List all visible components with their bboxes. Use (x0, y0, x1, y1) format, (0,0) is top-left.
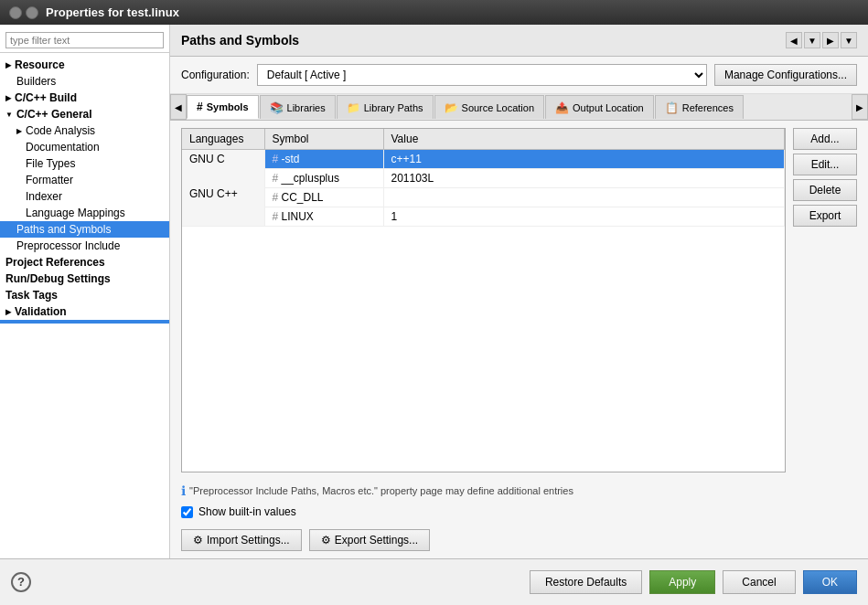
export-settings-button[interactable]: ⚙ Export Settings... (309, 529, 430, 551)
sidebar-item-task-tags[interactable]: Task Tags (0, 287, 169, 303)
info-row: ℹ "Preprocessor Include Paths, Macros et… (170, 480, 868, 502)
sidebar-item-cpp-general[interactable]: ▼ C/C++ General (0, 106, 169, 122)
show-builtin-checkbox[interactable] (181, 506, 193, 518)
tab-output-location-label: Output Location (573, 102, 644, 113)
sidebar-item-paths-and-symbols[interactable]: Paths and Symbols (0, 221, 169, 238)
nav-forward[interactable]: ▶ (822, 32, 839, 48)
expand-icon: ▶ (5, 61, 11, 69)
nav-back-dropdown[interactable]: ▼ (804, 32, 820, 48)
sidebar-label: Preprocessor Include (16, 239, 120, 252)
tab-libraries-label: Libraries (287, 102, 326, 113)
sidebar-item-resource[interactable]: ▶ Resource (0, 57, 169, 73)
apply-button[interactable]: Apply (649, 570, 715, 594)
sidebar-label: Indexer (26, 190, 62, 203)
tab-library-paths-label: Library Paths (364, 102, 423, 113)
config-label: Configuration: (181, 69, 250, 81)
page-title: Paths and Symbols (181, 33, 299, 48)
sidebar-item-run-debug-settings[interactable]: Run/Debug Settings (0, 271, 169, 287)
main-container: ▶ Resource Builders ▶ C/C++ Build ▼ C/C+… (0, 25, 868, 558)
value-cell (383, 188, 785, 207)
symbol-cell: # LINUX (264, 207, 383, 227)
symbols-table: Languages Symbol Value GNU C GNU C++ (182, 129, 785, 227)
symbol-std: -std (282, 153, 300, 165)
sidebar-item-indexer[interactable]: Indexer (0, 188, 169, 205)
symbol-cell: # CC_DLL (264, 188, 383, 207)
title-bar: Properties for test.linux (0, 0, 868, 25)
sidebar-item-code-analysis[interactable]: ▶ Code Analysis (0, 122, 169, 139)
col-value: Value (383, 129, 785, 150)
add-button[interactable]: Add... (793, 128, 857, 150)
sidebar-label: Documentation (26, 141, 100, 154)
close-btn[interactable] (9, 6, 22, 19)
window-controls[interactable] (9, 6, 38, 19)
sidebar-label: Resource (15, 58, 65, 71)
symbols-table-wrapper: Languages Symbol Value GNU C GNU C++ (181, 128, 786, 472)
restore-defaults-button[interactable]: Restore Defaults (530, 570, 642, 594)
symbol-cplusplus: __cplusplus (282, 172, 339, 185)
symbol-cc-dll: CC_DLL (282, 191, 324, 204)
expand-icon: ▶ (5, 308, 11, 316)
config-select[interactable]: Default [ Active ] (257, 64, 707, 86)
export-btn-label: Export Settings... (335, 534, 418, 547)
tab-library-paths[interactable]: 📁 Library Paths (337, 95, 434, 119)
tab-scroll-right[interactable]: ▶ (852, 94, 868, 120)
help-button[interactable]: ? (11, 572, 31, 592)
table-row[interactable]: GNU C GNU C++ # -std c++11 (182, 150, 785, 169)
cancel-button[interactable]: Cancel (723, 570, 795, 594)
value-cell: 1 (383, 207, 785, 227)
sidebar-item-preprocessor-include[interactable]: Preprocessor Include (0, 238, 169, 254)
symbols-icon: # (197, 101, 203, 113)
sidebar-item-formatter[interactable]: Formatter (0, 172, 169, 188)
tab-libraries[interactable]: 📚 Libraries (260, 95, 336, 119)
sidebar-label: Builders (16, 75, 56, 88)
sidebar-label: Validation (15, 305, 67, 318)
filter-input[interactable] (5, 32, 164, 48)
tab-symbols[interactable]: # Symbols (187, 95, 259, 119)
sidebar-item-project-references[interactable]: Project References (0, 254, 169, 271)
export-button[interactable]: Export (793, 205, 857, 227)
tab-references-label: References (682, 102, 734, 113)
bottom-left: ? (11, 572, 31, 592)
sidebar-label: Language Mappings (26, 207, 125, 219)
ok-button[interactable]: OK (803, 570, 857, 594)
bottom-right: Restore Defaults Apply Cancel OK (530, 570, 857, 594)
content-header: Paths and Symbols ◀ ▼ ▶ ▼ (170, 25, 868, 57)
tab-source-location-label: Source Location (462, 102, 535, 113)
sidebar: ▶ Resource Builders ▶ C/C++ Build ▼ C/C+… (0, 25, 170, 558)
content-area: Paths and Symbols ◀ ▼ ▶ ▼ Configuration:… (170, 25, 868, 558)
delete-button[interactable]: Delete (793, 179, 857, 201)
table-row[interactable]: # CC_DLL (182, 188, 785, 207)
table-row[interactable]: # __cplusplus 201103L (182, 169, 785, 188)
sidebar-item-validation[interactable]: ▶ Validation (0, 303, 169, 320)
lang-gnu-c-label: GNU C (189, 153, 257, 165)
sidebar-item-builders[interactable]: Builders (0, 73, 169, 90)
sidebar-item-language-mappings[interactable]: Language Mappings (0, 205, 169, 221)
sidebar-label: Formatter (26, 174, 73, 186)
value-cell: c++11 (383, 150, 785, 169)
import-settings-button[interactable]: ⚙ Import Settings... (181, 529, 302, 551)
nav-back[interactable]: ◀ (786, 32, 802, 48)
tabs-container: ◀ # Symbols 📚 Libraries 📁 Library Paths … (170, 94, 868, 121)
expand-icon: ▼ (5, 111, 13, 119)
sidebar-label: Task Tags (5, 289, 58, 302)
import-icon: ⚙ (193, 534, 203, 547)
tab-source-location[interactable]: 📂 Source Location (434, 95, 545, 119)
edit-button[interactable]: Edit... (793, 154, 857, 175)
table-row[interactable]: # LINUX 1 (182, 207, 785, 227)
config-row: Configuration: Default [ Active ] Manage… (170, 57, 868, 94)
nav-forward-dropdown[interactable]: ▼ (841, 32, 857, 48)
sidebar-label: C/C++ Build (15, 91, 77, 104)
tab-output-location[interactable]: 📤 Output Location (545, 95, 654, 119)
minimize-btn[interactable] (26, 6, 38, 19)
value-cell: 201103L (383, 169, 785, 188)
tab-symbols-label: Symbols (207, 101, 249, 112)
sidebar-item-cpp-build[interactable]: ▶ C/C++ Build (0, 90, 169, 106)
tab-references[interactable]: 📋 References (655, 95, 744, 119)
manage-configs-button[interactable]: Manage Configurations... (714, 64, 857, 86)
tab-scroll-left[interactable]: ◀ (170, 94, 187, 120)
sidebar-item-file-types[interactable]: File Types (0, 155, 169, 172)
lang-gnu-c: GNU C GNU C++ (182, 150, 264, 227)
filter-box (0, 28, 169, 53)
sidebar-label: Code Analysis (26, 124, 95, 137)
sidebar-item-documentation[interactable]: Documentation (0, 139, 169, 155)
